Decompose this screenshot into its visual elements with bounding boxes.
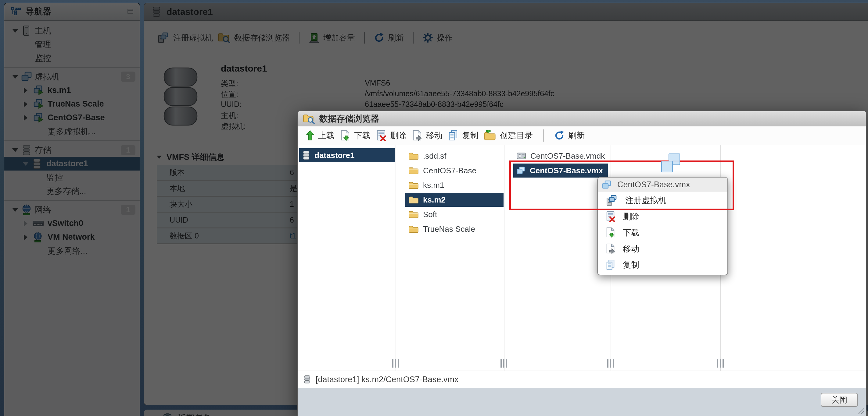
- folder-icon: [408, 225, 419, 233]
- storage-count-badge: 1: [121, 145, 135, 155]
- chevron-right-icon[interactable]: [24, 220, 27, 227]
- sidebar-item-host[interactable]: 主机: [4, 24, 140, 37]
- file-item-vmx-selected[interactable]: CentOS7-Base.vmx: [513, 164, 608, 178]
- chevron-down-icon[interactable]: [12, 29, 18, 33]
- chevron-right-icon[interactable]: [24, 101, 27, 107]
- file-item-vmdk[interactable]: CentOS7-Base.vmdk: [513, 149, 610, 163]
- sidebar-item-storage[interactable]: 存储 1: [4, 143, 140, 157]
- sidebar-item-vms[interactable]: 虚拟机 3: [4, 70, 140, 83]
- chevron-down-icon[interactable]: [12, 148, 18, 152]
- upload-icon: [306, 130, 314, 141]
- sidebar-item-storage-monitor[interactable]: 监控: [4, 171, 140, 184]
- sidebar-item-more-vms[interactable]: 更多虚拟机...: [4, 125, 140, 138]
- sidebar-item-datastore1[interactable]: datastore1: [4, 157, 140, 171]
- vmx-file-icon: [601, 180, 612, 189]
- menu-item-download[interactable]: 下载: [598, 224, 727, 241]
- sidebar-divider: [4, 140, 140, 141]
- field-row: UUID: 61aaee55-73348ab0-8833-b42e995f64f…: [221, 100, 554, 110]
- sidebar-item-more-storage[interactable]: 更多存储...: [4, 184, 140, 198]
- refresh-button[interactable]: 刷新: [374, 33, 404, 43]
- menu-item-move[interactable]: 移动: [598, 241, 727, 257]
- sidebar-item-vm-network[interactable]: VM Network: [4, 230, 140, 244]
- chevron-down-icon[interactable]: [23, 162, 29, 166]
- folder-item[interactable]: ks.m1: [405, 178, 503, 192]
- move-button[interactable]: 移动: [412, 130, 442, 141]
- delete-icon: [606, 211, 616, 222]
- refresh-icon: [554, 130, 564, 141]
- upload-button[interactable]: 上载: [306, 130, 335, 141]
- network-count-badge: 1: [121, 205, 135, 215]
- navigator-sidebar: 导航器 主机 管理 监控: [4, 3, 140, 416]
- folder-item[interactable]: .sdd.sf: [405, 149, 503, 163]
- column-divider[interactable]: [504, 145, 504, 371]
- menu-item-register-vm[interactable]: 注册虚拟机: [598, 192, 727, 208]
- collapse-icon[interactable]: [157, 155, 162, 159]
- sidebar-item-vm-centos[interactable]: CentOS7-Base: [4, 111, 140, 125]
- sidebar-item-vm-ksm1[interactable]: ks.m1: [4, 83, 140, 97]
- folder-item[interactable]: Soft: [405, 207, 503, 221]
- sidebar-item-vswitch0[interactable]: vSwitch0: [4, 216, 140, 230]
- actions-button[interactable]: 操作: [423, 33, 453, 43]
- folder-item-selected[interactable]: ks.m2: [405, 193, 503, 207]
- close-button[interactable]: 关闭: [821, 393, 858, 407]
- datastore-icon: [22, 145, 31, 155]
- list-item-datastore1[interactable]: datastore1: [299, 148, 395, 162]
- dialog-refresh-button[interactable]: 刷新: [554, 130, 585, 141]
- chevron-down-icon[interactable]: [12, 75, 18, 78]
- column-divider[interactable]: [396, 145, 396, 371]
- column-resize-grip[interactable]: [500, 359, 507, 368]
- folder-icon: [408, 196, 419, 204]
- datastore-name: datastore1: [221, 63, 267, 74]
- folder-icon: [408, 166, 419, 175]
- datastore-icon: [32, 159, 41, 169]
- vm-count-badge: 3: [121, 72, 135, 82]
- menu-item-copy[interactable]: 复制: [598, 257, 727, 273]
- create-directory-button[interactable]: 创建目录: [484, 130, 533, 141]
- column-resize-grip[interactable]: [392, 359, 399, 368]
- sidebar-item-label[interactable]: 主机: [35, 25, 51, 36]
- folder-icon: [408, 152, 419, 160]
- sidebar-divider: [4, 67, 140, 68]
- toolbar-separator: [413, 32, 413, 43]
- browser-columns: datastore1 .sdd.sf CentOS7-Base ks.m1: [298, 145, 866, 371]
- folder-item[interactable]: TrueNas Scale: [405, 222, 503, 236]
- datastore-icon: [302, 150, 310, 160]
- dialog-footer: 关闭: [298, 388, 866, 416]
- dialog-titlebar[interactable]: 数据存储浏览器: [298, 111, 866, 127]
- sidebar-item-host-manage[interactable]: 管理: [4, 37, 140, 51]
- sidebar-divider: [4, 200, 140, 201]
- network-globe-icon: [21, 204, 32, 216]
- recent-tasks-title: 近期任务: [178, 413, 211, 416]
- vmdk-disk-icon: [516, 152, 526, 160]
- vmx-file-icon: [516, 166, 526, 175]
- download-button[interactable]: 下载: [340, 130, 371, 141]
- copy-icon: [448, 130, 458, 141]
- sidebar-item-host-monitor[interactable]: 监控: [4, 51, 140, 65]
- navigator-title: 导航器: [26, 6, 127, 18]
- folder-icon: [408, 181, 419, 189]
- context-menu: CentOS7-Base.vmx 注册虚拟机 删除 下载: [597, 177, 728, 275]
- copy-button[interactable]: 复制: [448, 130, 478, 141]
- sidebar-item-vm-truenas[interactable]: TrueNas Scale: [4, 97, 140, 111]
- menu-item-delete[interactable]: 删除: [598, 208, 727, 224]
- column-resize-grip[interactable]: [607, 359, 614, 368]
- datastore-browser-button[interactable]: 数据存储浏览器: [218, 32, 290, 43]
- sidebar-item-network[interactable]: 网络 1: [4, 203, 140, 216]
- pin-icon[interactable]: [127, 8, 134, 15]
- folder-item[interactable]: CentOS7-Base: [405, 164, 503, 178]
- chevron-down-icon[interactable]: [12, 208, 18, 212]
- register-vm-button[interactable]: 注册虚拟机: [157, 32, 213, 44]
- copy-icon: [606, 259, 616, 270]
- increase-capacity-button[interactable]: 增加容量: [309, 32, 355, 43]
- sidebar-item-more-networks[interactable]: 更多网络...: [4, 244, 140, 257]
- chevron-right-icon[interactable]: [24, 234, 27, 240]
- delete-button[interactable]: 删除: [376, 130, 407, 141]
- create-folder-icon: [484, 130, 496, 141]
- vm-icon: [21, 72, 32, 82]
- chevron-right-icon[interactable]: [24, 88, 27, 94]
- resize-grip-icon[interactable]: [858, 408, 864, 414]
- field-row: 位置: /vmfs/volumes/61aaee55-73348ab0-8833…: [221, 89, 554, 100]
- chevron-right-icon[interactable]: [24, 115, 27, 121]
- datastore-icon: [152, 6, 161, 18]
- column-resize-grip[interactable]: [717, 359, 724, 368]
